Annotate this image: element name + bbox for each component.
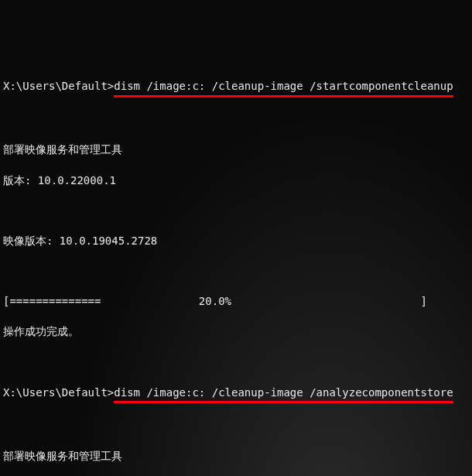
cmd-line-2: X:\Users\Default>dism /image:c: /cleanup… bbox=[3, 385, 469, 404]
prompt-1: X:\Users\Default> bbox=[3, 80, 114, 92]
blank bbox=[3, 355, 469, 371]
command-1: dism /image:c: /cleanup-image /startcomp… bbox=[114, 79, 453, 98]
tool-title-2: 部署映像服务和管理工具 bbox=[3, 449, 469, 464]
image-version-1: 映像版本: 10.0.19045.2728 bbox=[3, 234, 469, 249]
tool-title-1: 部署映像服务和管理工具 bbox=[3, 142, 469, 158]
prompt-2: X:\Users\Default> bbox=[3, 386, 114, 399]
blank bbox=[3, 419, 469, 434]
cmd-line-1: X:\Users\Default>dism /image:c: /cleanup… bbox=[3, 79, 469, 98]
command-2: dism /image:c: /cleanup-image /analyzeco… bbox=[114, 385, 453, 404]
blank bbox=[3, 204, 469, 219]
blank bbox=[3, 112, 469, 128]
success-1: 操作成功完成。 bbox=[3, 324, 469, 340]
tool-version-1: 版本: 10.0.22000.1 bbox=[3, 173, 469, 189]
blank bbox=[3, 264, 469, 279]
progress-bar-1: [============== 20.0% ] bbox=[3, 294, 469, 310]
